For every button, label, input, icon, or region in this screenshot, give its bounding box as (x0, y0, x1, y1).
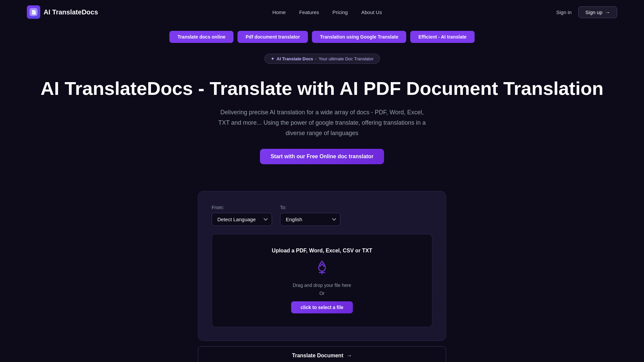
cta-button[interactable]: Start with our Free Online doc translato… (260, 149, 384, 164)
from-language-select[interactable]: Detect Language English Spanish French G… (212, 213, 272, 226)
pill-tab-efficient[interactable]: Efficient - AI translate (410, 31, 474, 43)
to-language-select[interactable]: English Spanish French German Chinese Ja… (280, 213, 340, 226)
sign-in-button[interactable]: Sign in (556, 9, 572, 15)
pill-tab-translate[interactable]: Translate docs online (169, 31, 233, 43)
pill-tabs: Translate docs online Pdf document trans… (0, 24, 644, 50)
translate-doc-label: Translate Document (292, 353, 343, 359)
nav-actions: Sign in Sign up → (556, 6, 617, 18)
from-label: From: (212, 205, 272, 210)
svg-text:📄: 📄 (31, 9, 37, 15)
nav-links: Home Features Pricing About Us (272, 9, 382, 15)
sign-up-button[interactable]: Sign up → (578, 6, 617, 18)
from-language-group: From: Detect Language English Spanish Fr… (212, 205, 272, 226)
navbar: 📄 AI TranslateDocs Home Features Pricing… (0, 0, 644, 24)
translate-document-button[interactable]: Translate Document → (198, 346, 446, 362)
hero-title: AI TranslateDocs - Translate with AI PDF… (27, 78, 617, 99)
nav-link-home[interactable]: Home (272, 9, 286, 15)
hero-section: AI TranslateDocs - Translate with AI PDF… (0, 68, 644, 171)
hero-badge: ✦ AI Translate Docs - Your ultimate Doc … (264, 54, 380, 64)
nav-link-features[interactable]: Features (299, 9, 319, 15)
pill-tab-google[interactable]: Translation using Google Translate (312, 31, 406, 43)
translator-card: From: Detect Language English Spanish Fr… (198, 191, 446, 341)
badge-separator: - (315, 56, 317, 61)
nav-link-about[interactable]: About Us (361, 9, 382, 15)
upload-title: Upload a PDF, Word, Excel, CSV or TXT (219, 248, 425, 254)
sign-up-label: Sign up (585, 9, 602, 15)
pill-tab-pdf[interactable]: Pdf document translator (237, 31, 308, 43)
language-row: From: Detect Language English Spanish Fr… (212, 205, 432, 226)
logo[interactable]: 📄 AI TranslateDocs (27, 5, 98, 19)
translator-section: From: Detect Language English Spanish Fr… (0, 171, 644, 362)
badge-icon: ✦ (271, 56, 275, 61)
drag-text: Drag and drop your file here (219, 283, 425, 288)
badge-normal-text: Your ultimate Doc Translator (319, 56, 374, 61)
sign-up-arrow: → (605, 9, 610, 15)
or-text: Or (219, 291, 425, 296)
to-language-group: To: English Spanish French German Chines… (280, 205, 340, 226)
to-label: To: (280, 205, 340, 210)
upload-icon (219, 259, 425, 279)
badge-row: ✦ AI Translate Docs - Your ultimate Doc … (0, 54, 644, 64)
upload-area[interactable]: Upload a PDF, Word, Excel, CSV or TXT Dr… (212, 234, 432, 327)
translate-doc-arrow: → (346, 353, 352, 359)
nav-link-pricing[interactable]: Pricing (332, 9, 348, 15)
logo-icon: 📄 (27, 5, 40, 19)
logo-text: AI TranslateDocs (44, 8, 98, 16)
select-file-button[interactable]: click to select a file (291, 301, 353, 313)
hero-subtitle: Delivering precise AI translation for a … (215, 107, 429, 138)
badge-bold-text: AI Translate Docs (277, 56, 313, 61)
